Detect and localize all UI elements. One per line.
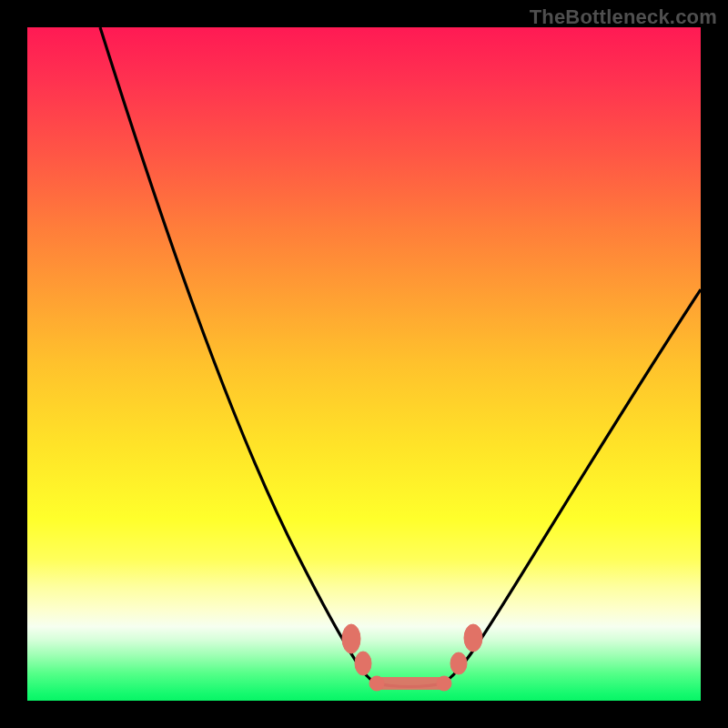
- marker-bottom-left-dot: [369, 676, 384, 691]
- plot-area: [27, 27, 701, 701]
- marker-left-upper: [342, 624, 360, 653]
- chart-frame: TheBottleneck.com: [0, 0, 728, 728]
- marker-right-lower: [450, 652, 467, 674]
- right-curve: [444, 289, 701, 682]
- left-curve: [100, 27, 375, 682]
- marker-bottom-right-dot: [437, 676, 451, 691]
- watermark-text: TheBottleneck.com: [530, 5, 717, 29]
- marker-right-upper: [464, 624, 482, 652]
- marker-left-lower: [355, 652, 371, 675]
- bottleneck-curves: [27, 27, 701, 701]
